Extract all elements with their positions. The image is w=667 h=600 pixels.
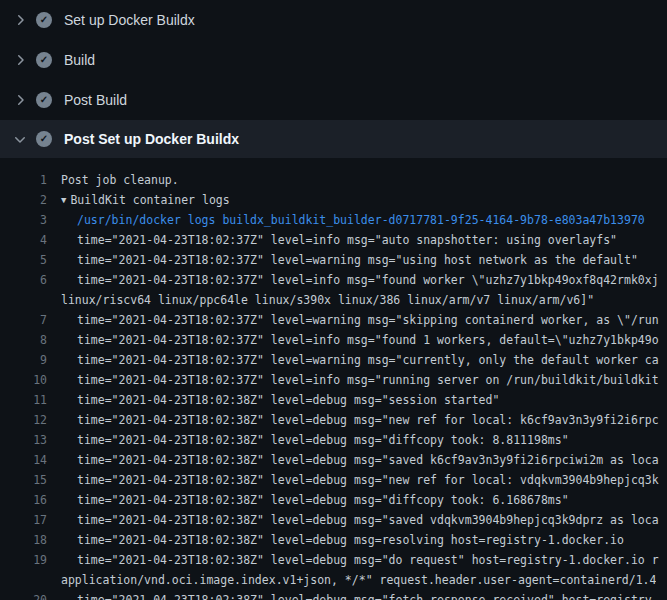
log-line-text: time="2021-04-23T18:02:37Z" level=info m… bbox=[47, 330, 659, 350]
log-line-text: time="2021-04-23T18:02:38Z" level=debug … bbox=[47, 390, 499, 410]
step-section-header[interactable]: ✓ Set up Docker Buildx bbox=[0, 0, 667, 40]
log-line: 12 time="2021-04-23T18:02:38Z" level=deb… bbox=[0, 410, 667, 430]
log-line-number[interactable]: 16 bbox=[0, 490, 47, 510]
log-line-number[interactable]: 5 bbox=[0, 250, 47, 270]
log-line-number[interactable]: 7 bbox=[0, 310, 47, 330]
step-name: Build bbox=[64, 52, 95, 68]
log-group-label: BuildKit container logs bbox=[70, 193, 229, 207]
log-line-text: time="2021-04-23T18:02:37Z" level=warnin… bbox=[47, 310, 659, 330]
log-line-text: time="2021-04-23T18:02:38Z" level=debug … bbox=[47, 410, 659, 430]
log-line-text: time="2021-04-23T18:02:37Z" level=info m… bbox=[47, 370, 659, 390]
log-line-text: time="2021-04-23T18:02:38Z" level=debug … bbox=[47, 550, 659, 570]
log-line: 15 time="2021-04-23T18:02:38Z" level=deb… bbox=[0, 470, 667, 490]
check-circle-icon: ✓ bbox=[36, 92, 52, 108]
log-line-number[interactable]: 18 bbox=[0, 530, 47, 550]
log-line: 3 /usr/bin/docker logs buildx_buildkit_b… bbox=[0, 210, 667, 230]
log-line-text: time="2021-04-23T18:02:37Z" level=info m… bbox=[47, 230, 617, 250]
log-line: 6 time="2021-04-23T18:02:37Z" level=info… bbox=[0, 270, 667, 290]
log-line-number[interactable]: 11 bbox=[0, 390, 47, 410]
log-line-number[interactable]: 3 bbox=[0, 210, 47, 230]
log-line-number[interactable]: 15 bbox=[0, 470, 47, 490]
log-line-text: time="2021-04-23T18:02:38Z" level=debug … bbox=[47, 530, 624, 550]
log-line: 18 time="2021-04-23T18:02:38Z" level=deb… bbox=[0, 530, 667, 550]
log-line-number[interactable]: 10 bbox=[0, 370, 47, 390]
log-line: 13 time="2021-04-23T18:02:38Z" level=deb… bbox=[0, 430, 667, 450]
check-circle-icon: ✓ bbox=[36, 52, 52, 68]
log-line-text: Post job cleanup. bbox=[47, 170, 179, 190]
log-line: 5 time="2021-04-23T18:02:37Z" level=warn… bbox=[0, 250, 667, 270]
log-line: 20 time="2021-04-23T18:02:38Z" level=deb… bbox=[0, 590, 667, 600]
log-line-text: time="2021-04-23T18:02:38Z" level=debug … bbox=[47, 510, 659, 530]
step-section-header[interactable]: ✓ Build bbox=[0, 40, 667, 80]
log-line: 10 time="2021-04-23T18:02:37Z" level=inf… bbox=[0, 370, 667, 390]
log-line-text: time="2021-04-23T18:02:37Z" level=info m… bbox=[47, 270, 659, 290]
log-line-text: time="2021-04-23T18:02:38Z" level=debug … bbox=[47, 430, 569, 450]
log-line-text: time="2021-04-23T18:02:38Z" level=debug … bbox=[47, 490, 569, 510]
actions-log-viewer: ✓ Set up Docker Buildx ✓ Build ✓ Post Bu… bbox=[0, 0, 667, 600]
log-line-number[interactable]: 19 bbox=[0, 550, 47, 570]
log-line-text: time="2021-04-23T18:02:38Z" level=debug … bbox=[47, 450, 659, 470]
log-line-number[interactable]: 14 bbox=[0, 450, 47, 470]
log-line-text: time="2021-04-23T18:02:37Z" level=warnin… bbox=[47, 250, 638, 270]
log-line: 1 Post job cleanup. bbox=[0, 170, 667, 190]
log-line: 7 time="2021-04-23T18:02:37Z" level=warn… bbox=[0, 310, 667, 330]
log-line-number[interactable]: 9 bbox=[0, 350, 47, 370]
log-line: 9 time="2021-04-23T18:02:37Z" level=warn… bbox=[0, 350, 667, 370]
steps-list: ✓ Set up Docker Buildx ✓ Build ✓ Post Bu… bbox=[0, 0, 667, 158]
log-line: 4 time="2021-04-23T18:02:37Z" level=info… bbox=[0, 230, 667, 250]
log-line-number[interactable]: 8 bbox=[0, 330, 47, 350]
log-line: 8 time="2021-04-23T18:02:37Z" level=info… bbox=[0, 330, 667, 350]
step-name: Post Set up Docker Buildx bbox=[64, 131, 239, 147]
log-line-text: linux/riscv64 linux/ppc64le linux/s390x … bbox=[47, 290, 594, 310]
log-line-number[interactable] bbox=[0, 570, 47, 590]
log-line-number[interactable]: 17 bbox=[0, 510, 47, 530]
log-line-number[interactable]: 1 bbox=[0, 170, 47, 190]
log-line-text: time="2021-04-23T18:02:38Z" level=debug … bbox=[47, 470, 659, 490]
log-line-number[interactable]: 13 bbox=[0, 430, 47, 450]
check-circle-icon: ✓ bbox=[36, 12, 52, 28]
log-line: 11 time="2021-04-23T18:02:38Z" level=deb… bbox=[0, 390, 667, 410]
log-line: application/vnd.oci.image.index.v1+json,… bbox=[0, 570, 667, 590]
chevron-right-icon bbox=[12, 92, 28, 108]
log-line-number[interactable]: 4 bbox=[0, 230, 47, 250]
log-line-number[interactable]: 20 bbox=[0, 590, 47, 600]
step-name: Set up Docker Buildx bbox=[64, 12, 195, 28]
log-line-number[interactable]: 2 bbox=[0, 190, 47, 210]
step-log-area: 1 Post job cleanup. 2 ▼BuildKit containe… bbox=[0, 158, 667, 600]
log-line-number[interactable] bbox=[0, 290, 47, 310]
log-line-text: /usr/bin/docker logs buildx_buildkit_bui… bbox=[47, 210, 645, 230]
step-name: Post Build bbox=[64, 92, 127, 108]
log-line-text: application/vnd.oci.image.index.v1+json,… bbox=[47, 570, 656, 590]
log-line-number[interactable]: 12 bbox=[0, 410, 47, 430]
log-line: 19 time="2021-04-23T18:02:38Z" level=deb… bbox=[0, 550, 667, 570]
log-line-text: time="2021-04-23T18:02:37Z" level=warnin… bbox=[47, 350, 659, 370]
chevron-right-icon bbox=[12, 12, 28, 28]
log-line-text: time="2021-04-23T18:02:38Z" level=debug … bbox=[47, 590, 659, 600]
step-section-header[interactable]: ✓ Post Build bbox=[0, 80, 667, 120]
log-line: 2 ▼BuildKit container logs bbox=[0, 190, 667, 210]
log-group-toggle[interactable]: ▼BuildKit container logs bbox=[47, 190, 230, 210]
log-line-number[interactable]: 6 bbox=[0, 270, 47, 290]
log-line: 14 time="2021-04-23T18:02:38Z" level=deb… bbox=[0, 450, 667, 470]
log-line: 17 time="2021-04-23T18:02:38Z" level=deb… bbox=[0, 510, 667, 530]
group-collapse-icon: ▼ bbox=[61, 195, 70, 205]
step-section-header[interactable]: ✓ Post Set up Docker Buildx bbox=[0, 120, 667, 158]
check-circle-icon: ✓ bbox=[36, 131, 52, 147]
log-line: linux/riscv64 linux/ppc64le linux/s390x … bbox=[0, 290, 667, 310]
chevron-right-icon bbox=[12, 52, 28, 68]
log-line: 16 time="2021-04-23T18:02:38Z" level=deb… bbox=[0, 490, 667, 510]
chevron-down-icon bbox=[12, 131, 28, 147]
